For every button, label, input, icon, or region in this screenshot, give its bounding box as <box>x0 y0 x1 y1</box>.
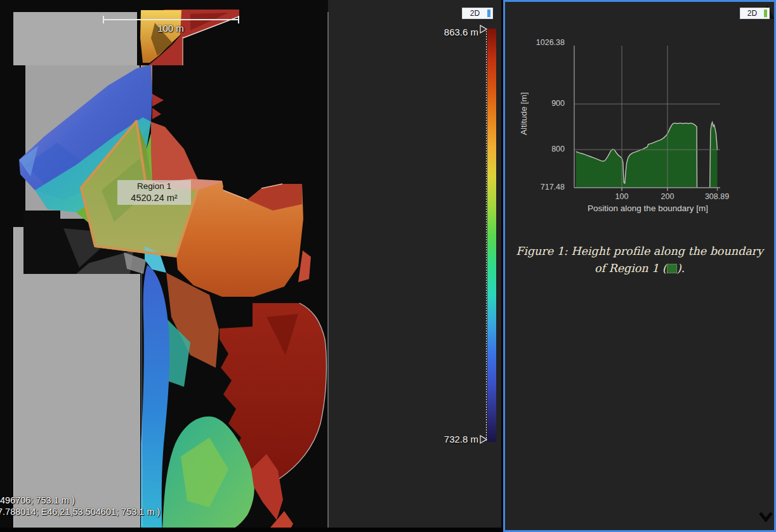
map-side-area <box>328 0 501 532</box>
map-2d-mode-label: 2D <box>470 8 485 19</box>
elevation-colorbar <box>487 29 496 442</box>
app-window: 2D 100 m Region 1 4520.24 m² 863.6 m 732… <box>0 0 776 532</box>
figure-caption-line2-suffix: ). <box>677 262 685 275</box>
region1-area: 4520.24 m² <box>117 192 191 204</box>
region1-name: Region 1 <box>117 181 191 192</box>
map-2d-mode-indicator <box>487 10 490 17</box>
colorbar-max-label: 863.6 m <box>424 27 478 37</box>
y-axis-title: Altitude [m] <box>519 73 529 154</box>
profile-2d-mode-indicator <box>764 10 767 17</box>
map-2d-mode-button[interactable]: 2D <box>462 8 493 19</box>
profile-2d-mode-label: 2D <box>747 8 762 19</box>
y-tick-800: 800 <box>523 145 565 153</box>
map-viewport[interactable]: 2D 100 m Region 1 4520.24 m² 863.6 m 732… <box>0 0 501 532</box>
figure-caption-line2-text: of Region 1 ( <box>595 262 667 275</box>
region1-color-swatch <box>667 264 677 273</box>
figure-caption: Figure 1: Height profile along the bound… <box>511 243 768 277</box>
x-tick-309: 308.89 <box>699 192 735 201</box>
figure-caption-line2: of Region 1 (). <box>511 260 768 277</box>
figure-caption-line1: Figure 1: Height profile along the bound… <box>511 243 768 260</box>
x-tick-100: 100 <box>604 192 640 201</box>
x-axis-title: Position along the boundary [m] <box>569 204 727 213</box>
profile-area-series <box>576 122 718 188</box>
coordinate-readout-line1: .496706; 753.1 m ) <box>0 495 75 505</box>
bottom-edge-bar <box>0 528 501 532</box>
scale-bar-label: 100 m <box>141 23 200 34</box>
y-tick-900: 900 <box>523 99 565 108</box>
region1-annotation: Region 1 4520.24 m² <box>117 180 191 205</box>
profile-panel[interactable]: 1026.38 900 800 717.48 100 200 308.89 Al… <box>503 0 776 532</box>
profile-2d-mode-button[interactable]: 2D <box>740 8 770 19</box>
terrain-map-rendering[interactable] <box>0 0 501 532</box>
colorbar-min-label: 732.8 m <box>424 434 478 444</box>
chevron-down-icon[interactable] <box>760 513 772 520</box>
y-tick-1026: 1026.38 <box>523 38 565 47</box>
x-tick-200: 200 <box>650 192 685 201</box>
coordinate-readout-line2: 7.788014; E46,21,53.504601; 753.1 m ) <box>0 507 160 517</box>
y-tick-717: 717.48 <box>523 183 565 191</box>
